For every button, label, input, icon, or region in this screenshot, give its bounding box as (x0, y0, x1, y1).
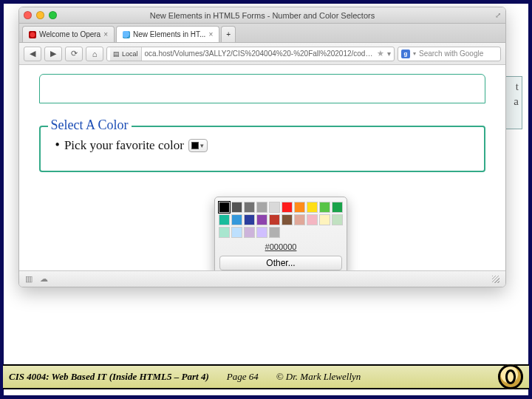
color-swatch[interactable] (269, 202, 280, 213)
previous-fieldset-partial (39, 74, 486, 103)
sync-icon[interactable]: ☁ (40, 274, 48, 284)
color-swatch[interactable] (256, 202, 267, 213)
color-swatch[interactable] (269, 214, 280, 225)
new-tab-button[interactable]: + (221, 26, 236, 42)
color-swatch[interactable] (294, 214, 305, 225)
minimize-window-button[interactable] (36, 11, 44, 19)
color-swatch[interactable] (319, 214, 330, 225)
browser-window: New Elements in HTML5 Forms - Number and… (18, 7, 506, 287)
panel-icon[interactable]: ▥ (25, 274, 33, 284)
fullscreen-icon[interactable]: ⤢ (495, 11, 501, 19)
close-tab-icon[interactable]: × (208, 30, 213, 38)
color-swatch[interactable] (256, 227, 267, 238)
opera-favicon-icon (29, 31, 36, 38)
tab-label: Welcome to Opera (39, 30, 100, 38)
color-field-row: • Pick your favorite color ▾ (55, 137, 470, 153)
slide-footer: CIS 4004: Web Based IT (Inside HTML5 – P… (3, 364, 529, 389)
other-color-button[interactable]: Other... (219, 256, 342, 270)
page-number: Page 64 (227, 371, 259, 383)
color-swatch[interactable] (332, 202, 343, 213)
dropdown-arrow-icon: ▾ (200, 142, 204, 149)
swatch-grid (219, 202, 342, 238)
search-bar[interactable]: g ▾ Search with Google (398, 47, 501, 61)
tab-strip: Welcome to Opera × New Elements in HT...… (19, 24, 505, 43)
color-swatch[interactable] (294, 202, 305, 213)
url-text: oca.host/Volumes/3ALLY2/CIS%204004%20-%2… (145, 50, 374, 58)
bullet-icon: • (55, 137, 60, 153)
fieldset-legend: Select A Color (48, 117, 132, 133)
navigation-toolbar: ◀ ▶ ⟳ ⌂ ▤ Local oca.host/Volumes/3ALLY2/… (19, 43, 505, 65)
course-title: CIS 4004: Web Based IT (Inside HTML5 – P… (9, 371, 209, 383)
color-swatch[interactable] (307, 202, 318, 213)
author-credit: © Dr. Mark Llewellyn (276, 371, 361, 383)
page-viewport: Select A Color • Pick your favorite colo… (19, 65, 505, 270)
color-fieldset: Select A Color • Pick your favorite colo… (39, 126, 486, 172)
window-titlebar: New Elements in HTML5 Forms - Number and… (19, 7, 505, 24)
file-icon: ▤ (113, 50, 120, 58)
window-resize-handle[interactable] (492, 276, 499, 283)
tab-current[interactable]: New Elements in HT... × (116, 26, 219, 42)
color-input[interactable]: ▾ (188, 139, 208, 152)
color-hex-value[interactable]: #000000 (219, 242, 342, 251)
color-swatch[interactable] (244, 214, 255, 225)
address-bar[interactable]: ▤ Local oca.host/Volumes/3ALLY2/CIS%2040… (106, 47, 395, 61)
color-swatch[interactable] (332, 214, 343, 225)
color-swatch[interactable] (219, 214, 230, 225)
color-picker-popover: #000000 Other... (214, 197, 347, 270)
close-tab-icon[interactable]: × (103, 30, 108, 38)
home-button[interactable]: ⌂ (86, 47, 103, 61)
color-field-label: Pick your favorite color (64, 138, 184, 153)
color-swatch[interactable] (256, 214, 267, 225)
window-title: New Elements in HTML5 Forms - Number and… (19, 11, 505, 20)
zoom-window-button[interactable] (49, 11, 57, 19)
forward-button[interactable]: ▶ (44, 47, 62, 61)
bookmark-star-icon[interactable]: ★ (377, 49, 384, 58)
color-swatch-preview (191, 142, 199, 149)
color-swatch[interactable] (319, 202, 330, 213)
search-placeholder: Search with Google (419, 50, 483, 58)
back-button[interactable]: ◀ (24, 47, 41, 61)
university-seal-icon (498, 364, 523, 389)
color-swatch[interactable] (282, 202, 293, 213)
close-window-button[interactable] (24, 11, 32, 19)
color-swatch[interactable] (219, 227, 230, 238)
color-swatch[interactable] (231, 227, 242, 238)
tab-label: New Elements in HT... (133, 30, 205, 38)
reload-button[interactable]: ⟳ (65, 47, 83, 61)
color-swatch[interactable] (244, 227, 255, 238)
color-swatch[interactable] (219, 202, 230, 213)
color-swatch[interactable] (244, 202, 255, 213)
color-swatch[interactable] (307, 214, 318, 225)
tab-welcome[interactable]: Welcome to Opera × (22, 26, 115, 42)
dropdown-icon[interactable]: ▾ (387, 50, 391, 58)
color-swatch[interactable] (231, 214, 242, 225)
color-swatch[interactable] (282, 214, 293, 225)
dropdown-icon[interactable]: ▾ (413, 50, 416, 57)
color-swatch[interactable] (231, 202, 242, 213)
color-swatch[interactable] (269, 227, 280, 238)
google-search-engine-icon: g (401, 50, 410, 58)
page-favicon-icon (123, 31, 130, 38)
url-scheme-badge: ▤ Local (110, 47, 142, 61)
status-bar: ▥ ☁ (19, 270, 505, 287)
